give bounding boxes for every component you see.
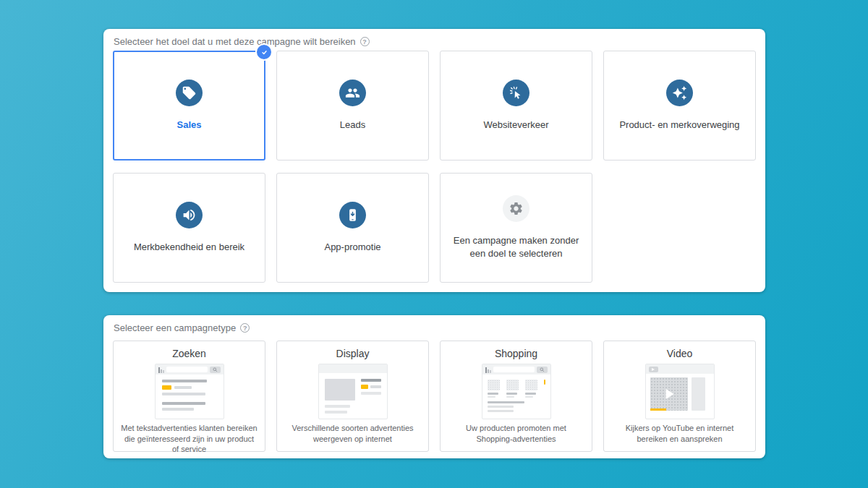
search-results-illustration: [155, 364, 224, 419]
type-title: Shopping: [495, 348, 537, 359]
mini-logo: [485, 367, 491, 373]
mini-search-input: [493, 367, 535, 372]
magnifier-icon: [540, 367, 545, 372]
goal-selection-panel: Selecteer het doel dat u met deze campag…: [103, 29, 765, 292]
mini-search-bar: [482, 364, 550, 374]
goal-card-leads[interactable]: Leads: [276, 51, 429, 160]
help-icon[interactable]: ?: [240, 323, 250, 333]
goal-label: Sales: [166, 119, 213, 132]
goal-card-merkbekendheid[interactable]: Merkbekendheid en bereik: [113, 173, 265, 283]
goal-label: Leads: [328, 119, 377, 132]
types-grid: Zoeken: [113, 341, 756, 452]
goal-card-websiteverkeer[interactable]: Websiteverkeer: [440, 51, 592, 160]
mini-image-block: [325, 379, 355, 401]
video-progress-bar: [650, 408, 666, 411]
type-title: Zoeken: [172, 348, 206, 359]
type-description: Kijkers op YouTube en internet bereiken …: [608, 423, 751, 444]
mini-video-logo: [649, 367, 658, 372]
type-description: Met tekstadvertenties klanten bereiken d…: [118, 423, 260, 455]
goal-card-zonder-doel[interactable]: Een campagne maken zonder een doel te se…: [440, 173, 592, 283]
mini-search-button: [537, 367, 548, 373]
gear-icon: [503, 195, 529, 222]
mini-product: [525, 380, 537, 398]
goal-label: Een campagne maken zonder een doel te se…: [441, 234, 592, 260]
ad-badge: [162, 385, 171, 390]
type-title: Video: [667, 348, 693, 359]
help-icon[interactable]: ?: [360, 37, 370, 46]
ad-badge: [544, 380, 545, 385]
mini-search-bar: [156, 364, 224, 374]
click-cursor-icon: [503, 80, 529, 106]
magnifier-icon: [213, 367, 218, 372]
type-card-zoeken[interactable]: Zoeken: [113, 341, 265, 452]
goal-label: Merkbekendheid en bereik: [122, 241, 256, 254]
goal-card-app-promotie[interactable]: App-promotie: [276, 173, 429, 283]
tag-icon: [176, 80, 203, 106]
selected-check-icon: [255, 43, 273, 61]
ad-badge: [361, 385, 368, 389]
sparkles-icon: [666, 80, 693, 106]
mini-product: [506, 380, 519, 398]
mini-page-header: [319, 364, 387, 373]
goal-card-product-merkoverweging[interactable]: Product- en merkoverweging: [603, 51, 756, 160]
people-icon: [339, 80, 366, 106]
video-player-illustration: [645, 364, 715, 419]
mini-search-button: [210, 367, 221, 373]
mini-search-input: [166, 367, 208, 372]
campaign-type-panel: Selecteer een campagnetype ? Zoeken: [103, 315, 765, 458]
type-card-shopping[interactable]: Shopping: [440, 341, 592, 452]
type-title: Display: [336, 348, 370, 359]
type-card-display[interactable]: Display: [276, 341, 429, 452]
mini-video-sidebar: [692, 377, 705, 411]
goals-grid: Sales Leads W: [113, 51, 756, 283]
mini-ad-block: [361, 379, 381, 401]
goal-label: App-promotie: [312, 241, 392, 254]
goal-panel-title: Selecteer het doel dat u met deze campag…: [114, 36, 356, 47]
type-card-video[interactable]: Video Kijkers op YouTube en internet ber…: [603, 341, 756, 452]
phone-download-icon: [339, 202, 366, 228]
display-ad-illustration: [318, 364, 388, 419]
type-description: Verschillende soorten advertenties weerg…: [281, 423, 424, 444]
mini-product: [488, 380, 500, 398]
type-panel-title: Selecteer een campagnetype: [114, 322, 236, 333]
mini-video-player: [650, 377, 688, 411]
goal-panel-header: Selecteer het doel dat u met deze campag…: [114, 34, 370, 48]
goal-card-sales[interactable]: Sales: [113, 51, 265, 160]
play-icon: [665, 389, 673, 399]
shopping-results-illustration: [482, 364, 551, 419]
goal-label: Product- en merkoverweging: [608, 119, 751, 132]
type-description: Uw producten promoten met Shopping-adver…: [445, 423, 587, 444]
speaker-icon: [176, 202, 203, 228]
type-panel-header: Selecteer een campagnetype ?: [114, 320, 250, 335]
mini-logo: [158, 367, 164, 373]
goal-label: Websiteverkeer: [472, 119, 560, 132]
